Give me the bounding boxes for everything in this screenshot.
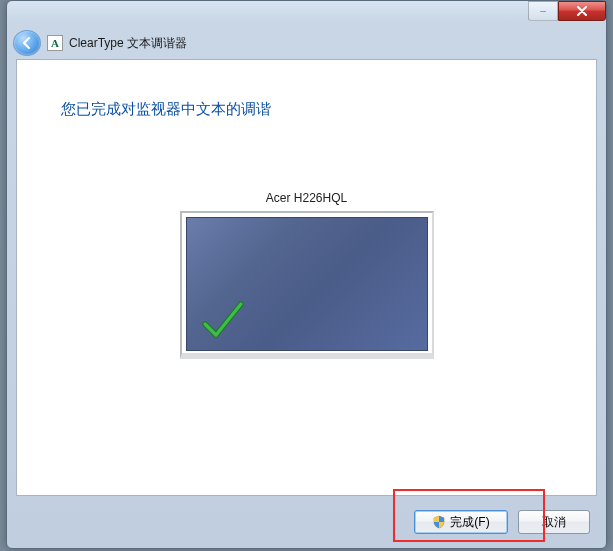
monitor-name-label: Acer H226HQL	[17, 191, 596, 205]
content-area: 您已完成对监视器中文本的调谐 Acer H226HQL	[16, 59, 597, 496]
finish-button[interactable]: 完成(F)	[414, 510, 508, 534]
monitor-preview	[180, 211, 434, 359]
close-icon	[576, 6, 588, 16]
titlebar: ─	[7, 1, 606, 29]
back-arrow-icon	[20, 36, 34, 50]
wizard-window: ─ A ClearType 文本调谐器 您已完成对监视器中文本的调谐 Acer …	[6, 0, 607, 549]
window-controls: ─	[528, 1, 606, 21]
minimize-placeholder: ─	[528, 1, 558, 21]
app-icon: A	[47, 35, 63, 51]
page-title: 您已完成对监视器中文本的调谐	[61, 100, 596, 119]
finish-button-label: 完成(F)	[450, 514, 489, 531]
shield-icon	[432, 515, 446, 529]
footer: 完成(F) 取消	[7, 496, 606, 548]
cancel-button-label: 取消	[542, 514, 566, 531]
close-button[interactable]	[558, 1, 606, 21]
back-button[interactable]	[13, 30, 41, 56]
nav-row: A ClearType 文本调谐器	[7, 29, 606, 57]
breadcrumb: ClearType 文本调谐器	[69, 35, 187, 52]
checkmark-icon	[201, 298, 245, 342]
monitor-screen	[186, 217, 428, 351]
cancel-button[interactable]: 取消	[518, 510, 590, 534]
